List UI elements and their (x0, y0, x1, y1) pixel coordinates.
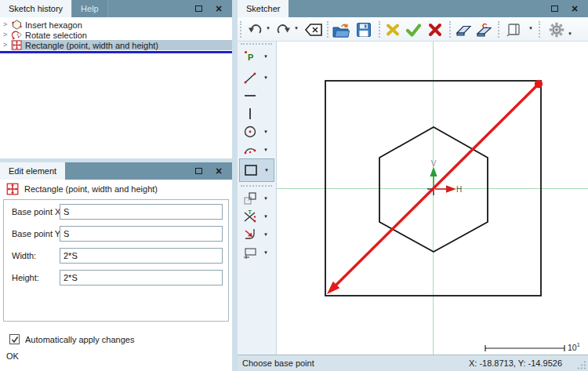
base-point-x-input[interactable] (60, 204, 223, 220)
sketch-history-panel: Sketch history Help × > Insert hexagon > (0, 0, 232, 158)
dropdown-icon[interactable]: ▼ (263, 214, 268, 219)
open-file-icon (332, 22, 350, 38)
open-button[interactable] (331, 20, 350, 39)
history-item-rectangle[interactable]: > Rectangle (point, width and height) (0, 40, 232, 50)
close-button[interactable]: × (212, 2, 225, 15)
vertical-splitter[interactable] (232, 0, 238, 371)
redo-dropdown[interactable]: ▼ (294, 26, 299, 31)
history-item-insert-hexagon[interactable]: > Insert hexagon (0, 20, 232, 30)
panel-toggle-icon (506, 22, 523, 38)
tab-sketch-history[interactable]: Sketch history (0, 0, 71, 17)
settings-button[interactable] (546, 20, 568, 39)
tab-help[interactable]: Help (71, 0, 108, 17)
palette-grip[interactable] (241, 43, 272, 45)
undo-icon (247, 22, 263, 38)
yellow-cross-icon (385, 22, 401, 38)
edited-element-header: Rectangle (point, width and height) (6, 183, 158, 195)
dropdown-icon[interactable]: ▼ (263, 75, 268, 80)
history-tree: > Insert hexagon > Rot (0, 17, 232, 158)
auto-apply-row: Automatically apply changes (9, 334, 134, 344)
tool-corner-button[interactable]: ▼ (241, 225, 274, 244)
discard-button[interactable] (383, 20, 402, 39)
toolbar-grip[interactable] (449, 21, 452, 38)
dropdown-icon[interactable]: ▼ (263, 54, 268, 59)
panel-toggle-button[interactable] (505, 20, 524, 39)
tool-circle-button[interactable]: ▼ (241, 122, 274, 141)
tool-point-button[interactable]: P ▼ (241, 47, 274, 66)
close-button[interactable]: × (568, 2, 581, 15)
settings-dropdown[interactable]: ▼ (568, 31, 572, 36)
tool-palette: P ▼ ▼ (238, 42, 277, 355)
tool-offset-button[interactable]: ▼ (241, 189, 274, 208)
tool-horizontal-line-button[interactable] (241, 86, 274, 105)
ok-button[interactable]: OK (6, 351, 19, 361)
dropdown-icon[interactable]: ▼ (264, 168, 269, 173)
history-item-label: Rectangle (point, width and height) (25, 41, 158, 50)
corner-tool-icon (242, 227, 258, 242)
cancel-button[interactable] (426, 20, 445, 39)
tool-arc-button[interactable]: ▼ (241, 140, 274, 159)
dropdown-icon[interactable]: ▼ (263, 196, 268, 201)
start-point-marker[interactable] (535, 80, 543, 88)
save-button[interactable] (354, 20, 373, 39)
canvas-drawing: V H (277, 42, 588, 355)
tab-sketcher[interactable]: Sketcher (238, 0, 289, 17)
backspace-delete-icon (304, 23, 323, 37)
dropdown-icon[interactable]: ▼ (263, 232, 268, 237)
history-drop-indicator (0, 51, 232, 53)
sketcher-toolbar: ▼ ▼ (238, 17, 588, 42)
chevron-right-icon[interactable]: > (3, 30, 11, 40)
maximize-button[interactable] (548, 2, 561, 15)
auto-apply-checkbox[interactable] (9, 334, 20, 344)
green-check-icon (405, 22, 422, 38)
height-input[interactable] (60, 270, 223, 286)
apply-button[interactable] (404, 20, 423, 39)
circle-tool-icon (242, 124, 258, 140)
horizontal-line-tool-icon (242, 88, 258, 104)
undo-button[interactable] (245, 20, 264, 39)
panel-dropdown[interactable]: ▼ (528, 26, 533, 31)
maximize-icon (195, 168, 202, 174)
erase-button[interactable] (455, 20, 474, 39)
svg-text:T: T (249, 209, 252, 215)
hexagon-icon (12, 20, 22, 30)
resize-grip-icon[interactable] (577, 360, 586, 369)
maximize-button[interactable] (192, 2, 205, 15)
tool-rectangle-button[interactable]: ▼ (239, 158, 274, 182)
base-point-y-input[interactable] (60, 226, 223, 242)
delete-button[interactable] (303, 20, 325, 39)
toolbar-grip[interactable] (240, 21, 242, 38)
close-button[interactable]: × (212, 165, 225, 177)
edit-element-panel: Edit element × Rectangle (point, width a… (0, 162, 232, 371)
tool-trim-button[interactable]: T ▼ (241, 207, 274, 226)
arc-tool-icon (242, 142, 258, 158)
toolbar-grip[interactable] (539, 21, 541, 38)
drawing-canvas[interactable]: V H (277, 42, 588, 355)
edit-element-titlebar: Edit element × (0, 162, 232, 180)
chevron-right-icon[interactable]: > (3, 20, 11, 30)
tool-dimension-button[interactable]: ▼ (241, 243, 274, 262)
erase-constraints-button[interactable]: C (475, 20, 494, 39)
dropdown-icon[interactable]: ▼ (263, 147, 268, 152)
red-cross-icon (427, 22, 443, 38)
sketcher-window: Sketcher × ▼ ▼ (238, 0, 588, 371)
base-point-x-label: Base point X: (12, 207, 63, 216)
undo-dropdown[interactable]: ▼ (266, 26, 270, 31)
toolbar-grip[interactable] (498, 21, 500, 38)
tool-vertical-line-button[interactable] (241, 104, 274, 123)
history-item-rotate-selection[interactable]: > Rotate selection (0, 30, 232, 40)
vertical-line-tool-icon (242, 106, 258, 122)
dropdown-icon[interactable]: ▼ (263, 129, 268, 134)
rectangle-tool-icon (243, 162, 259, 178)
width-input[interactable] (60, 248, 223, 264)
save-icon (356, 22, 372, 38)
tool-line-button[interactable]: ▼ (241, 68, 274, 87)
maximize-icon (551, 5, 558, 12)
maximize-button[interactable] (192, 165, 205, 177)
dropdown-icon[interactable]: ▼ (263, 250, 268, 255)
tab-edit-element[interactable]: Edit element (0, 162, 65, 180)
chevron-right-icon[interactable]: > (3, 40, 11, 50)
redo-button[interactable] (274, 20, 292, 39)
base-point-y-label: Base point Y: (12, 229, 63, 238)
auto-apply-label: Automatically apply changes (25, 335, 134, 344)
